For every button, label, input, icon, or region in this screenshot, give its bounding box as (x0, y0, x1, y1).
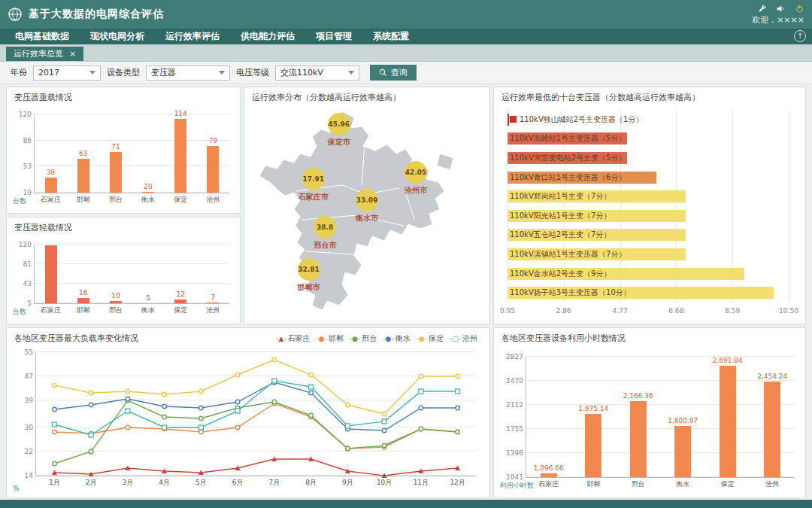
transformer-row: 110kV青口站1号主变压器（6分） (508, 172, 789, 184)
nav-item-current-grid-analysis[interactable]: 现状电网分析 (80, 29, 155, 44)
x-axis-tick: 0.95 (500, 307, 515, 315)
bar-value-label: 2,454.24 (743, 373, 803, 380)
voltage-level-select[interactable]: 交流110kV (275, 65, 359, 81)
legend-item-衡水[interactable]: -●-衡水 (383, 333, 410, 344)
legend-item-石家庄[interactable]: -▲-石家庄 (276, 333, 310, 344)
bar[interactable] (77, 298, 89, 303)
circle-marker (235, 400, 240, 404)
bar[interactable] (541, 473, 557, 477)
transformer-row: 110kV高岭站1号主变压器（5分） (508, 132, 789, 144)
x-axis-tick: 2月 (86, 478, 97, 488)
legend-marker-icon: -●- (383, 335, 393, 342)
x-axis-category-label: 沧州 (192, 306, 234, 315)
y-axis-name: % (13, 485, 20, 492)
dashboard: 变压器重载情况 19538612038石家庄63邯郸71邢台20衡水114保定7… (0, 84, 812, 500)
bar[interactable] (77, 159, 89, 193)
circle-marker (456, 374, 460, 379)
bar[interactable] (174, 300, 186, 303)
query-button-label: 查询 (391, 67, 408, 78)
efficiency-score-bubble[interactable]: 33.09 (356, 189, 378, 211)
power-icon[interactable] (795, 4, 804, 14)
map-marker-邯郸市: 32.81邯郸市 (298, 258, 320, 293)
transformer-bar[interactable] (508, 114, 509, 126)
circle-marker (53, 383, 57, 388)
city-label: 保定市 (328, 137, 350, 148)
collapse-up-icon[interactable]: ↑ (794, 30, 806, 42)
transformer-row: 110kV宋营变电站2号主变（5分） (508, 152, 789, 164)
transformer-label: 110kV五仓站2号主变（7分） (510, 229, 611, 241)
bar[interactable] (110, 152, 122, 193)
y-axis-tick: 39 (25, 397, 33, 404)
bar[interactable] (720, 366, 736, 477)
device-type-select[interactable]: 变压器 (146, 65, 230, 81)
square-marker (162, 425, 167, 430)
voltage-level-select-value: 交流110kV (280, 67, 323, 78)
wrench-icon[interactable] (757, 4, 767, 14)
circle-marker (126, 425, 130, 430)
bar[interactable] (45, 178, 57, 193)
bar[interactable] (110, 301, 122, 303)
circle-marker (162, 404, 167, 409)
x-axis-category-label: 沧州 (746, 479, 800, 489)
square-marker (52, 422, 56, 427)
line-plot-area: 1422303947551月2月3月4月5月6月7月8月9月10月11月12月 (35, 352, 476, 476)
bar[interactable] (764, 382, 780, 477)
transformer-label: 110kV青口站1号主变压器（6分） (510, 172, 626, 184)
legend-item-保定[interactable]: -●-保定 (417, 333, 444, 344)
efficiency-score-bubble[interactable]: 38.8 (314, 216, 336, 239)
x-axis-tick: 8.59 (725, 307, 740, 315)
filter-bar: 年份 2017 设备类型 变压器 电压等级 交流110kV 查询 (0, 62, 812, 84)
x-axis-tick: 4.77 (613, 307, 628, 315)
legend-item-邯郸[interactable]: -●-邯郸 (317, 333, 344, 344)
bar-value-label: 79 (189, 137, 237, 144)
chevron-down-icon (348, 71, 354, 75)
bar[interactable] (174, 119, 186, 193)
bar-value-label: 2,691.84 (698, 357, 758, 364)
nav-item-supply-capacity-eval[interactable]: 供电能力评估 (230, 29, 305, 44)
bar-slot: 71邢台 (99, 114, 132, 193)
bar[interactable] (630, 401, 647, 477)
bar-plot-area: 19538612038石家庄63邯郸71邢台20衡水114保定79沧州 (34, 114, 229, 193)
nav-item-system-config[interactable]: 系统配置 (362, 29, 420, 44)
circle-marker (346, 403, 350, 407)
speaker-icon[interactable] (776, 4, 786, 14)
circle-marker (89, 403, 93, 407)
nav-item-project-management[interactable]: 项目管理 (305, 29, 362, 44)
circle-marker (162, 392, 167, 397)
legend-marker-icon: -●- (317, 335, 327, 342)
circle-marker (53, 430, 57, 434)
bar[interactable] (142, 192, 154, 193)
bar[interactable] (585, 414, 601, 477)
query-button[interactable]: 查询 (370, 65, 417, 81)
panel-heavy-load-title: 变压器重载情况 (14, 92, 72, 103)
circle-marker (272, 400, 277, 404)
city-label: 石家庄市 (298, 192, 329, 202)
bar-value-label: 2,166.36 (608, 392, 668, 400)
series-line-沧州 (54, 381, 457, 435)
legend-item-邢台[interactable]: -●-邢台 (350, 333, 377, 344)
bar[interactable] (45, 245, 57, 303)
bar[interactable] (674, 426, 691, 477)
transformer-label: 110kV独山城站2号主变压器（1分） (510, 114, 643, 126)
legend-name: 保定 (429, 333, 444, 344)
close-icon[interactable]: × (69, 49, 76, 59)
efficiency-score-bubble[interactable]: 42.05 (404, 161, 427, 184)
bar[interactable] (207, 303, 219, 303)
bar[interactable] (207, 146, 219, 193)
square-marker (456, 389, 460, 394)
y-axis-tick: 2112 (506, 401, 523, 409)
efficiency-score-bubble[interactable]: 45.96 (328, 113, 350, 135)
square-marker (345, 424, 350, 428)
nav-item-grid-base-data[interactable]: 电网基础数据 (5, 29, 80, 44)
legend-item-沧州[interactable]: -□-沧州 (450, 333, 477, 344)
transformer-label: 110kV阳光站1号主变（7分） (510, 210, 611, 222)
map-marker-沧州市: 42.05沧州市 (404, 161, 427, 196)
nav-item-efficiency-eval[interactable]: 运行效率评估 (155, 29, 230, 44)
efficiency-score-bubble[interactable]: 32.81 (298, 258, 320, 281)
panel-heavy-load: 变压器重载情况 19538612038石家庄63邯郸71邢台20衡水114保定7… (6, 87, 241, 214)
y-axis-tick: 2470 (506, 377, 523, 385)
tab-efficiency-overview[interactable]: 运行效率总览 × (6, 47, 83, 61)
circle-marker (382, 412, 386, 416)
year-select[interactable]: 2017 (33, 65, 101, 81)
efficiency-score-bubble[interactable]: 17.91 (302, 168, 325, 190)
